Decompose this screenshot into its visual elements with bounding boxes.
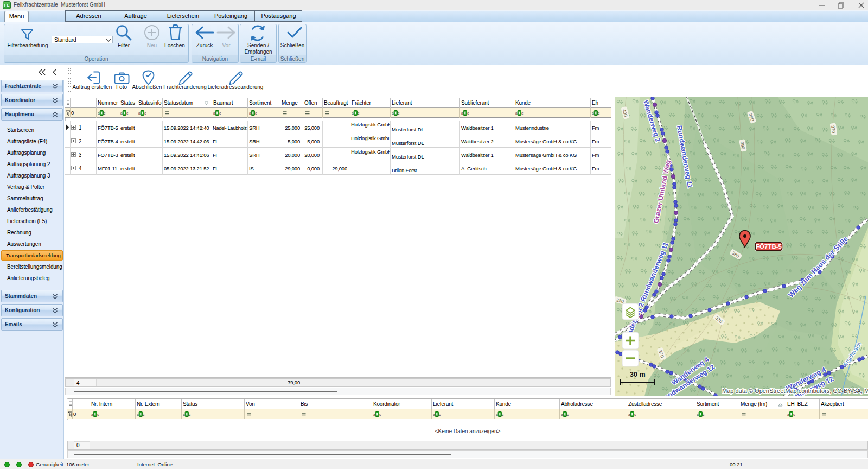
svg-text:a: a bbox=[628, 413, 630, 416]
svg-text:c: c bbox=[219, 111, 221, 115]
svg-text:370: 370 bbox=[830, 125, 837, 134]
svg-text:a: a bbox=[91, 413, 93, 416]
svg-text:a: a bbox=[392, 111, 394, 115]
svg-text:c: c bbox=[189, 413, 191, 416]
svg-text:a: a bbox=[213, 111, 215, 115]
svg-text:a: a bbox=[137, 413, 139, 416]
svg-text:a: a bbox=[515, 111, 518, 115]
svg-text:a: a bbox=[461, 111, 463, 115]
svg-text:c: c bbox=[144, 111, 146, 115]
svg-text:c: c bbox=[467, 111, 469, 115]
svg-text:c: c bbox=[567, 413, 569, 416]
svg-text:Map data © OpenStreetMap contr: Map data © OpenStreetMap contributors, C… bbox=[722, 388, 868, 394]
svg-text:a: a bbox=[138, 111, 141, 115]
svg-text:c: c bbox=[634, 413, 636, 416]
svg-text:a: a bbox=[373, 413, 375, 416]
svg-text:c: c bbox=[502, 413, 504, 416]
svg-text:a: a bbox=[120, 111, 123, 115]
svg-text:a: a bbox=[183, 413, 185, 416]
svg-text:c: c bbox=[521, 111, 524, 115]
svg-text:a: a bbox=[697, 413, 699, 416]
svg-text:a: a bbox=[592, 111, 594, 115]
svg-text:c: c bbox=[358, 111, 360, 115]
svg-text:a: a bbox=[433, 413, 435, 416]
svg-text:a: a bbox=[787, 413, 789, 416]
svg-text:FÖ7TB-5: FÖ7TB-5 bbox=[756, 243, 782, 250]
svg-text:c: c bbox=[398, 111, 400, 115]
svg-text:a: a bbox=[98, 111, 100, 115]
svg-text:c: c bbox=[379, 413, 381, 416]
svg-text:c: c bbox=[703, 413, 705, 416]
svg-text:c: c bbox=[143, 413, 145, 416]
svg-text:a: a bbox=[352, 111, 354, 115]
svg-text:c: c bbox=[598, 111, 600, 115]
svg-text:c: c bbox=[255, 111, 257, 115]
svg-text:c: c bbox=[126, 111, 129, 115]
svg-text:c: c bbox=[439, 413, 441, 416]
svg-text:a: a bbox=[496, 413, 498, 416]
svg-text:c: c bbox=[97, 413, 99, 416]
svg-text:c: c bbox=[793, 413, 795, 416]
svg-text:c: c bbox=[104, 111, 106, 115]
svg-text:30 m: 30 m bbox=[630, 371, 646, 378]
svg-text:a: a bbox=[249, 111, 251, 115]
svg-text:a: a bbox=[561, 413, 563, 416]
